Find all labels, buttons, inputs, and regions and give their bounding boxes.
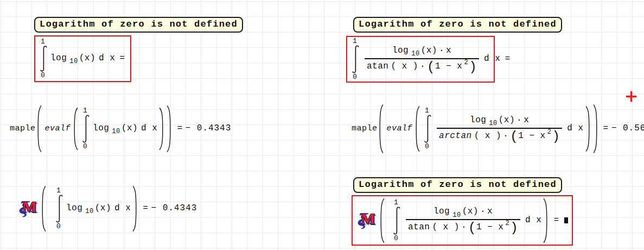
- integral-icon: [55, 195, 63, 223]
- log-token[interactable]: log: [66, 204, 82, 214]
- log-token[interactable]: log: [392, 46, 409, 56]
- error-box-integral-log[interactable]: 1 0 log 10 (x) d x =: [34, 35, 131, 82]
- maple-logo-letter: M: [361, 211, 375, 227]
- tooltip-text: Logarithm of zero is not defined: [40, 19, 238, 29]
- x-token[interactable]: x: [487, 207, 493, 217]
- evalf-token[interactable]: evalf: [45, 124, 71, 134]
- log-token[interactable]: log: [50, 54, 67, 64]
- integral-icon: [424, 115, 431, 143]
- fraction: log 10 (x) · x atan ( x ) · ( 1 − x 2 ): [406, 207, 520, 233]
- log-argument[interactable]: (x): [499, 116, 515, 126]
- smath-worksheet[interactable]: Logarithm of zero is not defined 1 0 log…: [0, 0, 644, 250]
- atan-token[interactable]: atan: [408, 223, 430, 233]
- expr-maple-evalf-log[interactable]: maple evalf 1 0 log 10 (x) d x = − 0.434…: [10, 105, 231, 153]
- multiply-dot: ·: [420, 62, 425, 72]
- log-argument[interactable]: (x): [122, 124, 138, 134]
- log-argument[interactable]: (x): [79, 54, 95, 64]
- integral-lower-bound[interactable]: 0: [40, 72, 45, 79]
- log-base-subscript[interactable]: 10: [489, 120, 497, 127]
- close-paren-icon: [132, 186, 137, 232]
- differential-token[interactable]: d x: [525, 216, 541, 226]
- integral-upper-bound[interactable]: 1: [393, 199, 398, 207]
- log-token[interactable]: log: [470, 116, 486, 126]
- exponent-two[interactable]: 2: [505, 220, 509, 227]
- log-token[interactable]: log: [93, 124, 109, 134]
- expr-maple-symbolic-log[interactable]: ξ M 1 0 log 10 (x) d x = − 0.4343: [18, 185, 197, 232]
- integral-icon: [393, 207, 400, 235]
- open-paren-icon: [379, 104, 384, 153]
- integral-upper-bound[interactable]: 1: [82, 107, 87, 115]
- one-minus-x-token[interactable]: 1 − x: [435, 62, 463, 72]
- fraction-numerator: log 10 (x) · x: [387, 46, 457, 58]
- arctan-token[interactable]: arctan: [439, 132, 472, 141]
- input-placeholder-icon[interactable]: [564, 217, 568, 223]
- error-box-integral-fraction[interactable]: 1 0 log 10 (x) · x atan ( x ) · ( 1 − x …: [346, 36, 495, 83]
- differential-token[interactable]: d x: [114, 204, 131, 214]
- fraction: log 10 (x) · x arctan ( x ) · ( 1 − x 2 …: [437, 116, 562, 142]
- atan-argument[interactable]: ( x ): [432, 223, 460, 233]
- multiply-dot: ·: [461, 223, 467, 233]
- one-minus-x-token[interactable]: 1 − x: [518, 132, 546, 141]
- fraction-denominator: atan ( x ) · ( 1 − x 2 ): [406, 219, 520, 234]
- integral-lower-bound[interactable]: 0: [393, 235, 398, 242]
- log-base-subscript[interactable]: 10: [411, 51, 419, 58]
- integral-lower-bound[interactable]: 0: [424, 143, 429, 151]
- maple-token[interactable]: maple: [352, 124, 378, 134]
- multiply-dot: ·: [439, 46, 444, 56]
- integral-icon: [40, 46, 47, 72]
- differential-token[interactable]: d x: [567, 124, 583, 134]
- atan-token[interactable]: atan: [367, 62, 388, 72]
- open-paren-icon: [416, 106, 420, 152]
- multiply-dot: ·: [503, 132, 508, 141]
- exponent-two[interactable]: 2: [464, 59, 468, 66]
- maple-logo-icon: ξ M: [357, 211, 378, 230]
- close-paren-icon: [167, 105, 171, 152]
- expr-maple-evalf-fraction[interactable]: maple evalf 1 0 log 10 (x) · x arctan ( …: [352, 104, 644, 154]
- differential-token[interactable]: d x: [99, 54, 115, 64]
- equals-sign: =: [119, 54, 125, 64]
- exponent-two[interactable]: 2: [547, 129, 552, 136]
- integral-upper-bound[interactable]: 1: [55, 187, 61, 195]
- log-token[interactable]: log: [433, 207, 450, 217]
- open-paren-icon: [37, 105, 42, 152]
- error-box-maple-fraction[interactable]: ξ M 1 0 log 10 (x) · x atan ( x ) · ( 1 …: [352, 195, 573, 246]
- log-base-subscript[interactable]: 10: [69, 58, 78, 65]
- maple-token[interactable]: maple: [10, 124, 36, 134]
- open-paren-icon: [42, 186, 46, 232]
- integral-lower-bound[interactable]: 0: [352, 73, 357, 81]
- arctan-argument[interactable]: ( x ): [474, 132, 502, 141]
- cursor-cross-vertical: [630, 91, 632, 102]
- x-token[interactable]: x: [524, 116, 529, 126]
- close-paren-icon: [585, 106, 590, 152]
- integral-upper-bound[interactable]: 1: [352, 38, 357, 45]
- log-base-subscript[interactable]: 10: [85, 208, 93, 215]
- tooltip-text: Logarithm of zero is not defined: [359, 19, 557, 29]
- evalf-token[interactable]: evalf: [387, 124, 413, 134]
- differential-token[interactable]: d x: [141, 124, 157, 134]
- integral-upper-bound[interactable]: 1: [424, 107, 429, 115]
- log-argument[interactable]: (x): [421, 46, 437, 56]
- differential-token[interactable]: d x: [484, 54, 500, 64]
- group-close-paren: ): [552, 131, 560, 143]
- integral-block: 1 0: [424, 107, 431, 150]
- multiply-dot: ·: [480, 207, 486, 217]
- log-argument[interactable]: (x): [95, 204, 111, 214]
- close-paren-icon: [593, 104, 597, 153]
- integral-icon: [82, 115, 90, 143]
- result-value: − 0.4343: [185, 124, 231, 134]
- x-token[interactable]: x: [446, 46, 451, 56]
- log-base-subscript[interactable]: 10: [112, 128, 120, 135]
- integral-lower-bound[interactable]: 0: [55, 223, 61, 230]
- log-base-subscript[interactable]: 10: [452, 212, 461, 219]
- atan-argument[interactable]: ( x ): [391, 62, 418, 72]
- log-argument[interactable]: (x): [462, 207, 479, 217]
- fraction-numerator: log 10 (x) · x: [428, 207, 498, 219]
- integral-block: 1 0: [55, 187, 63, 230]
- integral-lower-bound[interactable]: 0: [82, 143, 87, 151]
- integral-upper-bound[interactable]: 1: [40, 38, 45, 46]
- one-minus-x-token[interactable]: 1 − x: [476, 223, 504, 233]
- multiply-dot: ·: [517, 116, 522, 126]
- result-value: − 0.566: [611, 124, 644, 134]
- group-open-paren: (: [510, 131, 518, 143]
- tooltip-log-zero-2: Logarithm of zero is not defined: [353, 17, 562, 33]
